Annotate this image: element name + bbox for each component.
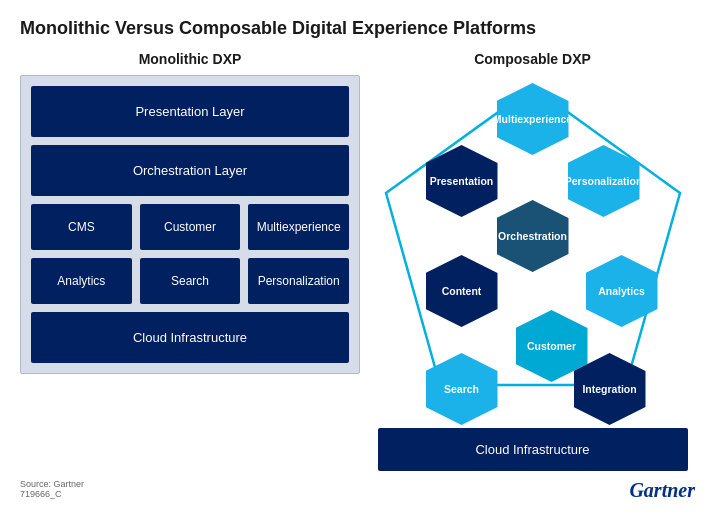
- hex-analytics: Analytics: [586, 255, 658, 327]
- monolithic-title: Monolithic DXP: [20, 51, 360, 67]
- search-block: Search: [140, 258, 241, 304]
- diagrams-container: Monolithic DXP Presentation Layer Orches…: [0, 51, 715, 471]
- composable-section: Composable DXP Multiexperience Presentat…: [370, 51, 695, 471]
- composable-title: Composable DXP: [370, 51, 695, 67]
- cms-block: CMS: [31, 204, 132, 250]
- page-title: Monolithic Versus Composable Digital Exp…: [0, 0, 715, 47]
- mono-row-orchestration: Orchestration Layer: [31, 145, 349, 196]
- source-id: 719666_C: [20, 489, 715, 499]
- orchestration-block: Orchestration Layer: [31, 145, 349, 196]
- hex-presentation: Presentation: [426, 145, 498, 217]
- source-text: Source: Gartner: [20, 479, 715, 489]
- personalization-block: Personalization: [248, 258, 349, 304]
- monolithic-section: Monolithic DXP Presentation Layer Orches…: [20, 51, 360, 471]
- hex-search: Search: [426, 353, 498, 425]
- composable-footer: Cloud Infrastructure: [378, 428, 688, 471]
- mono-grid-2: Analytics Search Personalization: [31, 258, 349, 304]
- mono-row-presentation: Presentation Layer: [31, 86, 349, 137]
- hex-orchestration: Orchestration: [497, 200, 569, 272]
- mono-grid-1: CMS Customer Multiexperience: [31, 204, 349, 250]
- hex-multiexperience: Multiexperience: [497, 83, 569, 155]
- source-label: Source: Gartner 719666_C: [0, 479, 715, 499]
- hex-container: Multiexperience Presentation Personaliza…: [378, 75, 688, 420]
- hex-integration: Integration: [574, 353, 646, 425]
- customer-block: Customer: [140, 204, 241, 250]
- gartner-logo: Gartner: [629, 479, 695, 502]
- presentation-block: Presentation Layer: [31, 86, 349, 137]
- hex-personalization: Personalization: [568, 145, 640, 217]
- mono-footer: Cloud Infrastructure: [31, 312, 349, 363]
- multiexperience-block: Multiexperience: [248, 204, 349, 250]
- hex-content: Content: [426, 255, 498, 327]
- monolithic-box: Presentation Layer Orchestration Layer C…: [20, 75, 360, 374]
- analytics-block: Analytics: [31, 258, 132, 304]
